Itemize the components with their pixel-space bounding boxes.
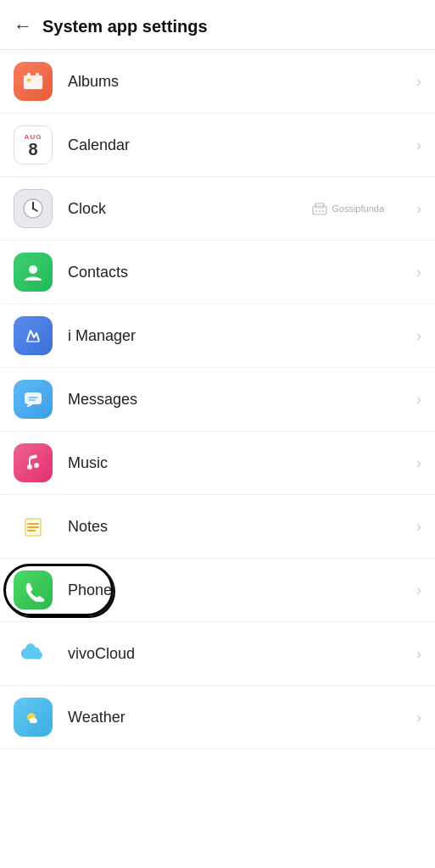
albums-icon	[14, 62, 53, 101]
svg-rect-15	[26, 341, 40, 342]
svg-point-13	[322, 210, 324, 212]
imanager-icon	[14, 316, 53, 355]
list-item-clock[interactable]: Clock Gossipfunda ›	[0, 177, 435, 241]
imanager-label: i Manager	[68, 327, 416, 345]
list-item-phone[interactable]: Phone ›	[0, 559, 435, 622]
list-item-vivocloud[interactable]: vivoCloud ›	[0, 622, 435, 686]
list-item-notes[interactable]: Notes ›	[0, 495, 435, 559]
notes-icon	[14, 507, 53, 546]
music-chevron: ›	[416, 454, 421, 472]
messages-icon	[14, 380, 53, 419]
weather-chevron: ›	[416, 709, 421, 726]
svg-rect-0	[24, 75, 42, 89]
svg-rect-4	[36, 73, 39, 76]
calendar-icon: AUG 8	[14, 125, 53, 164]
list-item-messages[interactable]: Messages ›	[0, 368, 435, 431]
svg-point-20	[34, 463, 39, 468]
svg-point-14	[29, 265, 37, 274]
music-icon	[14, 443, 53, 482]
app-list: Albums › AUG 8 Calendar › Clock	[0, 50, 435, 749]
vivocloud-label: vivoCloud	[68, 645, 416, 663]
watermark: Gossipfunda	[311, 201, 384, 216]
list-item-music[interactable]: Music ›	[0, 431, 435, 495]
svg-point-12	[319, 210, 321, 212]
clock-chevron: ›	[416, 200, 421, 218]
imanager-chevron: ›	[416, 327, 421, 345]
albums-chevron: ›	[416, 73, 421, 91]
notes-label: Notes	[68, 518, 416, 536]
list-item-weather[interactable]: Weather ›	[0, 686, 435, 749]
messages-chevron: ›	[416, 391, 421, 409]
weather-label: Weather	[68, 709, 416, 726]
svg-rect-16	[25, 392, 42, 404]
svg-point-11	[315, 210, 317, 212]
albums-label: Albums	[68, 73, 416, 91]
list-item-calendar[interactable]: AUG 8 Calendar ›	[0, 114, 435, 177]
phone-label: Phone	[68, 581, 416, 599]
notes-chevron: ›	[416, 518, 421, 536]
phone-chevron: ›	[416, 581, 421, 599]
contacts-icon	[14, 253, 53, 292]
vivocloud-icon	[14, 634, 53, 673]
phone-icon	[14, 570, 53, 609]
calendar-label: Calendar	[68, 136, 416, 154]
clock-icon	[14, 189, 53, 228]
list-item-imanager[interactable]: i Manager ›	[0, 304, 435, 368]
contacts-label: Contacts	[68, 264, 416, 281]
list-item-albums[interactable]: Albums ›	[0, 50, 435, 114]
calendar-chevron: ›	[416, 136, 421, 154]
svg-point-8	[32, 208, 34, 209]
back-button[interactable]: ←	[14, 15, 32, 37]
page-title: System app settings	[42, 17, 208, 36]
weather-icon	[14, 698, 53, 737]
messages-label: Messages	[68, 391, 416, 409]
vivocloud-chevron: ›	[416, 645, 421, 663]
svg-rect-3	[27, 73, 31, 76]
header: ← System app settings	[0, 0, 435, 50]
list-item-contacts[interactable]: Contacts ›	[0, 241, 435, 304]
svg-point-19	[27, 465, 32, 470]
contacts-chevron: ›	[416, 264, 421, 281]
music-label: Music	[68, 454, 416, 472]
